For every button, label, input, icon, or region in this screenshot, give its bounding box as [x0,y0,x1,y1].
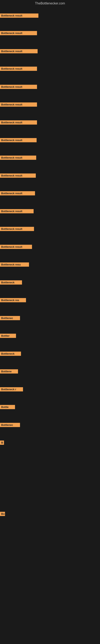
bottleneck-bar: Bottleneck result [0,49,38,53]
bottleneck-bar: Bottleneck r [0,387,23,392]
bottleneck-bar: Bottleneck result [0,120,37,124]
bottleneck-bar: Bottleneck result [0,102,37,107]
bottleneck-bar: Bottler [0,334,16,338]
bottleneck-bar: Bottleneck result [0,209,34,213]
bottleneck-bar: Bottleneck res [0,298,26,302]
bottleneck-bar: Bottleneck result [0,156,36,160]
bottleneck-bar: Bottleneck result [0,14,38,18]
bottleneck-bar: Bottleneck result [0,66,37,71]
bottleneck-bar: Bottle [0,405,15,409]
bottleneck-bar: Bottleneck [0,280,22,284]
bottleneck-bar: Bottlenec [0,423,20,427]
bottleneck-bar: Bo [0,512,5,516]
bottleneck-bar: Bottleneck result [0,227,34,231]
bottleneck-bar: Bottleneck result [0,85,37,89]
bottleneck-bar: Bottleneck [0,352,21,356]
bottleneck-bar: Bottlenec [0,316,20,320]
bottleneck-bar: Bottlene [0,369,18,374]
bottleneck-bar: Bottleneck result [0,138,37,142]
bottleneck-bar: B [0,440,4,445]
bottleneck-bar: Bottleneck resu [0,262,29,267]
site-title: TheBottlenecker.com [0,0,100,6]
bottleneck-bar: Bottleneck result [0,245,32,249]
bottleneck-bar: Bottleneck result [0,191,35,196]
bottleneck-bar: Bottleneck result [0,31,37,35]
bottleneck-bar: Bottleneck result [0,174,36,178]
